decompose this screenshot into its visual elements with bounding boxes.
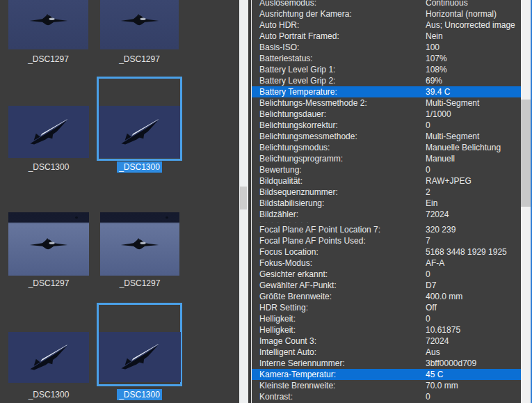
scrollbar-thumb[interactable] (240, 187, 247, 210)
metadata-row[interactable]: Belichtungsdauer:1/1000 (252, 109, 521, 120)
thumbnail-filename-text[interactable]: _DSC1297 (28, 54, 69, 64)
metadata-value: 0 (426, 313, 521, 324)
metadata-row[interactable]: Auto Portrait Framed:Nein (252, 31, 521, 42)
metadata-row[interactable]: Battery Level Grip 2:69% (252, 75, 521, 86)
thumbnail-panel-scrollbar[interactable] (239, 0, 248, 403)
metadata-label: Interne Seriennummer: (259, 358, 426, 369)
photo-thumbnail[interactable] (99, 106, 180, 158)
metadata-row[interactable]: Belichtungs-Messmethode 2:Multi-Segment (252, 97, 521, 109)
metadata-row[interactable]: Interne Seriennummer:3bff0000d709 (252, 358, 521, 369)
thumbnail-filename-text[interactable]: _DSC1297 (119, 54, 160, 64)
metadata-label: Bildqualität: (259, 175, 426, 187)
thumbnail-filename-text[interactable]: _DSC1297 (120, 278, 161, 288)
metadata-row[interactable]: Kontrast:0 (252, 391, 521, 402)
metadata-row[interactable]: Belichtungskorrektur:0 (252, 120, 521, 131)
jet-aircraft-photo (120, 237, 160, 255)
metadata-value: 0 (426, 269, 521, 280)
metadata-label: Belichtungsmodus: (259, 142, 426, 153)
thumbnail-filename[interactable]: _DSC1297 (8, 54, 88, 65)
metadata-value: AF-A (426, 258, 521, 269)
scrollbar-thumb[interactable] (521, 100, 531, 207)
metadata-row[interactable]: Bildqualität:RAW+JPEG (252, 175, 521, 187)
photo-thumbnail[interactable] (8, 212, 89, 276)
thumbnail-filename-text[interactable]: _DSC1300 (29, 162, 70, 172)
metadata-label: Battery Temperature: (259, 86, 426, 97)
metadata-row[interactable]: Auto HDR:Aus; Uncorrected image (252, 19, 521, 31)
metadata-row[interactable]: Belichtungsmodus:Manuelle Belichtung (252, 142, 521, 153)
metadata-label: Bewertung: (259, 164, 426, 175)
metadata-row[interactable]: Fokus-Modus:AF-A (252, 258, 521, 269)
metadata-row[interactable]: Gesichter erkannt:0 (252, 269, 521, 280)
metadata-row[interactable]: Bildstabilisierung:Ein (252, 198, 521, 209)
thumbnail-filename[interactable]: _DSC1297 (100, 54, 179, 65)
thumbnail-filename[interactable]: _DSC1297 (100, 278, 179, 289)
metadata-value: 108% (426, 64, 521, 75)
jet-aircraft-photo (29, 237, 69, 255)
metadata-row[interactable]: Image Count 3:72024 (252, 335, 521, 347)
thumbnail-filename-text[interactable]: _DSC1297 (29, 278, 70, 288)
metadata-label: Battery Level Grip 2: (259, 75, 426, 86)
metadata-label: Belichtungskorrektur: (259, 120, 426, 131)
metadata-label: Focus Location: (259, 246, 426, 258)
metadata-row[interactable]: Belichtungsmessmethode:Multi-Segment (252, 131, 521, 142)
photo-thumbnail[interactable] (8, 332, 89, 383)
metadata-row[interactable]: Helligkeit:10.61875 (252, 324, 521, 335)
metadata-row[interactable]: Focal Plane AF Point Location 7:320 239 (252, 224, 521, 235)
metadata-row[interactable]: Intelligent Auto:Aus (252, 347, 521, 358)
thumbnail-filename-selected[interactable]: _DSC1300 (117, 389, 162, 400)
metadata-value: Horizontal (normal) (426, 8, 521, 19)
metadata-row[interactable]: Focus Location:5168 3448 1929 1925 (252, 246, 521, 258)
metadata-row[interactable]: Ausrichtung der Kamera:Horizontal (norma… (252, 8, 521, 19)
thumbnail-filename[interactable]: _DSC1300 (8, 389, 89, 400)
metadata-row[interactable]: Auslösemodus:Continuous (252, 0, 521, 8)
metadata-row[interactable]: Bewertung:0 (252, 164, 521, 175)
metadata-value: Manuelle Belichtung (426, 142, 521, 153)
metadata-value: 72024 (426, 209, 521, 220)
photo-thumbnail[interactable] (100, 212, 179, 276)
thumbnail-filename-text[interactable]: _DSC1300 (29, 390, 70, 400)
metadata-row[interactable]: Größte Brennweite:400.0 mm (252, 291, 521, 302)
metadata-value: Continuous (426, 0, 521, 8)
metadata-row[interactable]: Battery Level Grip 1:108% (252, 64, 521, 75)
metadata-row[interactable]: Kleinste Brennweite:70.0 mm (252, 380, 521, 391)
photo-thumbnail[interactable] (8, 106, 89, 158)
distant-aircraft-speck (75, 216, 78, 219)
thumbnail-filename[interactable]: _DSC1300 (97, 389, 182, 400)
metadata-label: Kamera-Temperatur: (259, 369, 426, 380)
metadata-row[interactable]: Gewählter AF-Punkt:D7 (252, 280, 521, 291)
metadata-label: Helligkeit: (259, 313, 426, 324)
thumbnail-filename[interactable]: _DSC1300 (8, 161, 89, 173)
thumbnail-grid-panel: _DSC1297_DSC1297_DSC1300_DSC1300_DSC1297… (0, 0, 239, 403)
metadata-label: Image Count 3: (259, 335, 426, 347)
photo-thumbnail[interactable] (100, 0, 179, 49)
metadata-label: Belichtungsmessmethode: (259, 131, 426, 142)
thumbnail-filename-selected[interactable]: _DSC1300 (117, 161, 162, 173)
metadata-value: 69% (426, 75, 521, 86)
distant-aircraft-speck (166, 216, 168, 219)
photo-thumbnail[interactable] (99, 332, 181, 382)
metadata-row[interactable]: Batteriestatus:107% (252, 53, 521, 64)
metadata-row[interactable]: Focal Plane AF Points Used:7 (252, 235, 521, 246)
thumbnail-filename[interactable]: _DSC1300 (97, 161, 182, 173)
photo-thumbnail[interactable] (8, 0, 88, 49)
metadata-row[interactable]: Belichtungsprogramm:Manuell (252, 153, 521, 164)
metadata-value: 0 (426, 391, 521, 402)
metadata-label: Focal Plane AF Points Used: (259, 235, 426, 246)
metadata-row[interactable]: Kamera-Temperatur:45 C (252, 369, 521, 380)
metadata-row[interactable]: Bildzähler:72024 (252, 209, 521, 220)
metadata-label: Bildzähler: (259, 209, 426, 220)
metadata-value: Nein (426, 31, 521, 42)
metadata-row[interactable]: Basis-ISO:100 (252, 42, 521, 53)
metadata-row[interactable]: Battery Temperature:39.4 C (252, 86, 521, 97)
metadata-label: Kontrast: (259, 391, 426, 402)
metadata-value: 5168 3448 1929 1925 (426, 246, 521, 258)
metadata-row[interactable]: Helligkeit:0 (252, 313, 521, 324)
metadata-row[interactable]: HDR Setting:Off (252, 302, 521, 313)
metadata-value: Multi-Segment (426, 131, 521, 142)
metadata-value: 320 239 (426, 224, 521, 235)
metadata-value: 39.4 C (426, 86, 521, 97)
metadata-row[interactable]: Bildsequenznummer:2 (252, 187, 521, 198)
metadata-panel-scrollbar[interactable] (521, 0, 531, 403)
thumbnail-filename[interactable]: _DSC1297 (8, 278, 89, 289)
photo-manager-window: _DSC1297_DSC1297_DSC1300_DSC1300_DSC1297… (0, 0, 532, 403)
